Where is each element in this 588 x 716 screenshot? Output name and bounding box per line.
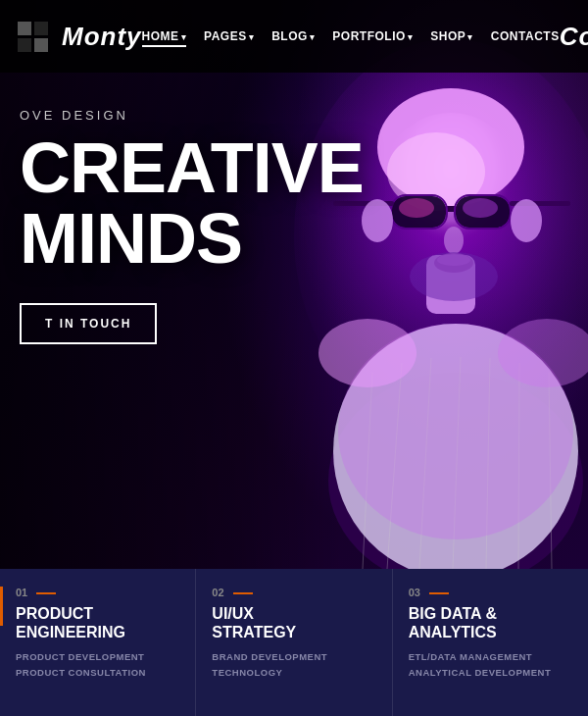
nav-item-portfolio[interactable]: PORTFOLIO▾ [332, 29, 413, 43]
hero-content: OVE DESIGN CREATIVE MINDS T IN TOUCH [0, 108, 364, 344]
navbar: Monty HOME▾ PAGES▾ BLOG▾ PORTFOLIO▾ SHOP… [0, 0, 588, 73]
hero-cta-button[interactable]: T IN TOUCH [20, 303, 157, 344]
service-3-title: BIG DATA & ANALYTICS [409, 604, 572, 641]
service-item-3[interactable]: 03 BIG DATA & ANALYTICS ETL/DATA MANAGEM… [393, 569, 588, 716]
svg-point-11 [399, 198, 434, 218]
service-1-desc: PRODUCT DEVELOPMENT PRODUCT CONSULTATION [16, 649, 179, 679]
svg-point-18 [410, 252, 498, 301]
svg-point-12 [463, 198, 498, 218]
nav-links: HOME▾ PAGES▾ BLOG▾ PORTFOLIO▾ SHOP▾ CONT… [142, 29, 560, 43]
logo-sq-1 [18, 22, 31, 35]
logo-sq-4 [34, 38, 48, 52]
chevron-home: ▾ [181, 32, 187, 42]
chevron-portfolio: ▾ [408, 32, 414, 42]
hero-title-line2: MINDS [20, 199, 242, 278]
chevron-shop: ▾ [467, 32, 473, 42]
hero-section: OVE DESIGN CREATIVE MINDS T IN TOUCH [0, 0, 588, 569]
chevron-pages: ▾ [249, 32, 255, 42]
service-1-divider [36, 592, 56, 594]
logo-sq-2 [34, 22, 48, 35]
service-1-title: PRODUCT ENGINEERING [16, 604, 179, 641]
hero-title: CREATIVE MINDS [20, 132, 364, 274]
service-2-title: UI/UX STRATEGY [212, 604, 375, 641]
logo-right-text[interactable]: ConG [560, 22, 588, 52]
service-2-divider [233, 592, 253, 594]
service-item-2[interactable]: 02 UI/UX STRATEGY BRAND DEVELOPMENT TECH… [196, 569, 392, 716]
svg-point-15 [444, 227, 464, 254]
nav-item-home[interactable]: HOME▾ [142, 29, 187, 43]
nav-item-shop[interactable]: SHOP▾ [430, 29, 473, 43]
service-3-desc: ETL/DATA MANAGEMENT ANALYTICAL DEVELOPME… [409, 649, 572, 679]
chevron-blog: ▾ [310, 32, 316, 42]
nav-item-blog[interactable]: BLOG▾ [271, 29, 315, 43]
nav-item-pages[interactable]: PAGES▾ [204, 29, 254, 43]
logo-sq-3 [18, 38, 31, 52]
services-section: 01 PRODUCT ENGINEERING PRODUCT DEVELOPME… [0, 569, 588, 716]
svg-point-31 [511, 199, 542, 242]
service-3-divider [429, 592, 449, 594]
svg-point-30 [362, 199, 393, 242]
service-2-number: 02 [212, 587, 375, 598]
service-3-number: 03 [409, 587, 572, 598]
nav-item-contacts[interactable]: CONTACTS [491, 29, 560, 43]
logo-left-text[interactable]: Monty [62, 22, 142, 52]
logo-left-area: Monty [18, 22, 142, 52]
logo-squares [18, 22, 48, 52]
service-item-1[interactable]: 01 PRODUCT ENGINEERING PRODUCT DEVELOPME… [0, 569, 196, 716]
nav-right: ConG [560, 22, 588, 52]
service-1-number: 01 [16, 587, 179, 598]
hero-subtitle: OVE DESIGN [20, 108, 364, 123]
hero-title-line1: CREATIVE [20, 128, 364, 207]
service-2-desc: BRAND DEVELOPMENT TECHNOLOGY [212, 649, 375, 679]
